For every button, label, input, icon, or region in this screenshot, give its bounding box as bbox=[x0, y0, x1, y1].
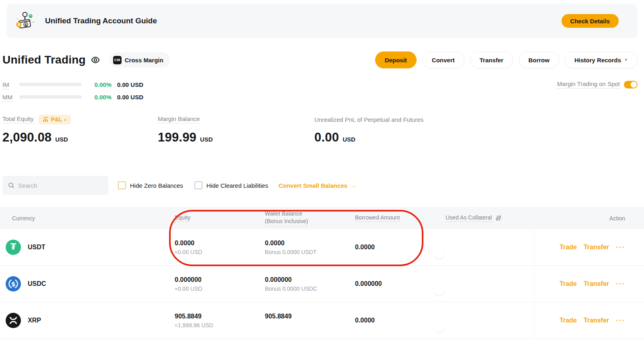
transfer-link[interactable]: Transfer bbox=[584, 244, 609, 251]
equity-usd-value: ≈0.00 USD bbox=[175, 249, 265, 255]
more-actions-icon[interactable]: ··· bbox=[616, 316, 625, 324]
bonus-value: Bonus 0.0000 USDC bbox=[265, 285, 355, 292]
margin-balance-stat: Margin Balance 199.99 USD bbox=[158, 115, 213, 145]
total-equity-stat: Total Equity P&L ▸ 2,090.08 USD bbox=[2, 115, 71, 145]
hide-zero-balances-checkbox[interactable] bbox=[118, 181, 126, 189]
convert-small-balances-link[interactable]: Convert Small Balances → bbox=[279, 182, 356, 189]
unrealized-pnl-label: Unrealized PnL of Perpetual and Futures bbox=[314, 116, 423, 123]
bonus-value bbox=[265, 322, 355, 328]
toggle-knob bbox=[434, 285, 444, 296]
margin-balance-label: Margin Balance bbox=[158, 115, 200, 123]
equity-cell: 0.0000 ≈0.00 USD bbox=[175, 240, 265, 255]
mm-usd-value: 0.00 USD bbox=[117, 94, 143, 101]
wallet-balance-value: 0.000000 bbox=[265, 276, 355, 283]
deposit-button[interactable]: Deposit bbox=[375, 51, 417, 68]
total-equity-label: Total Equity bbox=[2, 115, 34, 123]
col-equity: Equity bbox=[175, 214, 265, 222]
equity-value: 0.0000 bbox=[175, 240, 265, 247]
wallet-balance-value: 905.8849 bbox=[265, 313, 355, 320]
spot-margin-toggle[interactable] bbox=[624, 81, 638, 88]
col-action: Action bbox=[534, 215, 625, 222]
table-row-xrp: XRP 905.8849 ≈1,999.96 USD 905.8849 0.00… bbox=[0, 302, 644, 339]
usdt-icon: ₮ bbox=[6, 240, 21, 255]
history-records-button[interactable]: History Records ▼ bbox=[565, 51, 638, 68]
mm-percent: 0.00% bbox=[87, 94, 111, 101]
arrow-right-icon: → bbox=[350, 182, 356, 189]
account-guide-banner: B $ Unified Trading Account Guide Check … bbox=[6, 4, 638, 38]
search-icon bbox=[8, 182, 14, 189]
page-header: Unified Trading CM Cross Margin Deposit … bbox=[2, 51, 638, 69]
caret-right-icon: ▸ bbox=[65, 117, 67, 122]
equity-value: 905.8849 bbox=[175, 313, 265, 320]
toggle-knob bbox=[434, 322, 444, 332]
hide-zero-balances-label: Hide Zero Balances bbox=[130, 182, 183, 189]
toggle-knob bbox=[434, 248, 444, 259]
col-wallet-balance: Wallet Balance (Bonus Inclusive) bbox=[265, 210, 355, 226]
im-progress-bar bbox=[19, 83, 82, 86]
hide-cleared-liabilities-checkbox-group[interactable]: Hide Cleared Liabilities bbox=[194, 181, 268, 189]
action-cell: Trade Transfer ··· bbox=[534, 229, 644, 265]
currency-symbol: USDT bbox=[28, 244, 45, 251]
currency-cell: XRP bbox=[6, 313, 175, 328]
hide-cleared-liabilities-checkbox[interactable] bbox=[194, 181, 202, 189]
borrow-button[interactable]: Borrow bbox=[519, 51, 559, 68]
borrowed-amount-cell: 0.0000 bbox=[355, 317, 446, 324]
currency-symbol: XRP bbox=[28, 317, 41, 324]
pnl-badge[interactable]: P&L ▸ bbox=[39, 115, 71, 125]
spot-margin-control: Margin Trading on Spot bbox=[557, 80, 638, 88]
transfer-link[interactable]: Transfer bbox=[584, 280, 609, 287]
margin-mode-badge[interactable]: CM Cross Margin bbox=[109, 52, 170, 68]
im-row: IM 0.00% 0.00 USD bbox=[2, 80, 638, 88]
wallet-balance-cell: 905.8849 bbox=[265, 313, 355, 328]
transfer-link[interactable]: Transfer bbox=[584, 317, 609, 324]
usdc-icon: $ bbox=[6, 276, 21, 291]
cross-margin-icon: CM bbox=[113, 56, 122, 64]
svg-text:$: $ bbox=[25, 23, 27, 27]
mm-row: MM 0.00% 0.00 USD bbox=[2, 93, 638, 101]
trade-link[interactable]: Trade bbox=[559, 280, 577, 287]
equity-cell: 0.000000 ≈0.00 USD bbox=[175, 276, 265, 292]
im-label: IM bbox=[2, 81, 19, 88]
wallet-balance-cell: 0.0000 Bonus 0.0000 USDT bbox=[265, 240, 355, 255]
trade-link[interactable]: Trade bbox=[559, 317, 577, 324]
wallet-guide-icon: B $ bbox=[15, 11, 35, 31]
chevron-down-icon: ▼ bbox=[624, 58, 628, 62]
im-usd-value: 0.00 USD bbox=[117, 81, 143, 88]
assets-table: Currency Equity Wallet Balance (Bonus In… bbox=[0, 207, 644, 339]
wallet-balance-cell: 0.000000 Bonus 0.0000 USDC bbox=[265, 276, 355, 292]
svg-text:B: B bbox=[18, 23, 20, 27]
unrealized-pnl-unit: USD bbox=[343, 136, 355, 143]
margin-balance-unit: USD bbox=[200, 136, 213, 143]
toggle-knob bbox=[631, 82, 637, 88]
trade-link[interactable]: Trade bbox=[559, 244, 577, 251]
filter-bar: Hide Zero Balances Hide Cleared Liabilit… bbox=[2, 176, 638, 195]
mm-progress-bar bbox=[19, 95, 82, 99]
eye-icon[interactable] bbox=[91, 55, 100, 65]
margin-mode-label: Cross Margin bbox=[125, 57, 163, 64]
table-header: Currency Equity Wallet Balance (Bonus In… bbox=[0, 207, 644, 229]
col-currency: Currency bbox=[12, 215, 175, 222]
equity-usd-value: ≈1,999.96 USD bbox=[175, 322, 265, 328]
borrowed-amount-cell: 0.0000 bbox=[355, 244, 446, 251]
wallet-balance-value: 0.0000 bbox=[265, 240, 355, 247]
more-actions-icon[interactable]: ··· bbox=[616, 243, 625, 251]
hide-zero-balances-checkbox-group[interactable]: Hide Zero Balances bbox=[118, 181, 183, 189]
currency-cell: $ USDC bbox=[6, 276, 175, 291]
search-box[interactable] bbox=[2, 176, 108, 195]
action-cell: Trade Transfer ··· bbox=[534, 266, 644, 302]
pnl-label: P&L bbox=[51, 116, 62, 123]
convert-button[interactable]: Convert bbox=[422, 51, 464, 68]
stats-section: Total Equity P&L ▸ 2,090.08 USD bbox=[2, 115, 638, 148]
history-records-label: History Records bbox=[574, 57, 621, 64]
collateral-settings-icon[interactable] bbox=[495, 215, 502, 222]
check-details-button[interactable]: Check Details bbox=[561, 14, 619, 28]
unrealized-pnl-stat: Unrealized PnL of Perpetual and Futures … bbox=[314, 115, 423, 145]
xrp-icon bbox=[6, 313, 21, 328]
header-actions: Deposit Convert Transfer Borrow History … bbox=[375, 51, 638, 68]
transfer-button[interactable]: Transfer bbox=[470, 51, 513, 68]
im-percent: 0.00% bbox=[87, 81, 111, 88]
search-input[interactable] bbox=[18, 182, 103, 189]
unified-trading-page: B $ Unified Trading Account Guide Check … bbox=[0, 0, 644, 351]
more-actions-icon[interactable]: ··· bbox=[616, 280, 625, 288]
equity-value: 0.000000 bbox=[175, 276, 265, 283]
